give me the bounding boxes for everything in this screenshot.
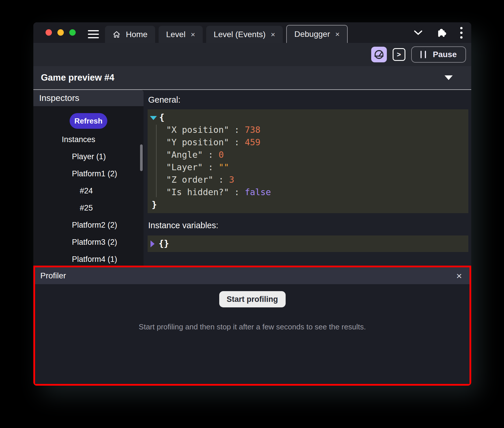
kebab-menu-icon[interactable] [460, 27, 463, 39]
menu-bar [88, 34, 99, 35]
tab-label: Home [126, 30, 148, 39]
debugger-toolbar: > Pause [33, 43, 471, 66]
collapse-icon[interactable] [150, 116, 157, 120]
pause-label: Pause [433, 50, 457, 59]
json-value: "" [219, 162, 229, 172]
pause-button[interactable]: Pause [411, 46, 466, 63]
home-icon [113, 30, 121, 39]
extensions-puzzle-icon[interactable] [436, 27, 447, 38]
json-sep: : [229, 125, 245, 135]
profiler-description: Start profiling and then stop it after a… [139, 322, 366, 331]
menu-icon[interactable] [88, 30, 99, 38]
expand-icon[interactable] [151, 240, 155, 247]
tree-item-instances[interactable]: Instances [33, 131, 144, 148]
tree-item-platform2[interactable]: Platform2 (2) [33, 217, 144, 234]
json-value: 459 [245, 137, 260, 147]
json-row: "Z order" : 3 [166, 173, 465, 186]
caret-down-icon [445, 75, 453, 80]
inspectors-sidebar: Inspectors Refresh Instances Player (1) … [33, 90, 144, 266]
close-brace: } [149, 200, 157, 210]
profiler-panel: Profiler × Start profiling Start profili… [33, 266, 471, 386]
chevron-down-icon[interactable] [414, 30, 423, 35]
json-sep: : [229, 137, 245, 147]
tab-strip: Home Level × Level (Events) × Debugger × [105, 25, 351, 43]
instances-tree: Instances Player (1) Platform1 (2) #24 #… [33, 131, 144, 266]
json-sep: : [229, 187, 245, 197]
json-value: false [245, 187, 271, 197]
json-key: "Is hidden?" [166, 187, 229, 197]
json-key: "Z order" [166, 175, 213, 185]
sidebar-scrollbar[interactable] [140, 144, 143, 171]
close-icon[interactable]: × [191, 31, 195, 38]
tab-level-events[interactable]: Level (Events) × [206, 26, 283, 43]
close-icon[interactable]: × [456, 271, 462, 281]
tabbar-actions [414, 22, 463, 43]
preview-title: Game preview #4 [41, 72, 114, 83]
json-sep: : [203, 162, 218, 172]
inspectors-title: Inspectors [39, 93, 79, 103]
tab-level[interactable]: Level × [159, 26, 203, 43]
json-key: "Angle" [166, 150, 203, 160]
json-row: "Y position" : 459 [166, 136, 465, 148]
tree-item-player[interactable]: Player (1) [33, 148, 144, 165]
tree-item-24[interactable]: #24 [33, 182, 144, 200]
json-value: 3 [229, 175, 234, 185]
tab-home[interactable]: Home [105, 26, 155, 43]
menu-bar [88, 37, 99, 38]
tree-item-25[interactable]: #25 [33, 200, 144, 217]
tree-item-platform1[interactable]: Platform1 (2) [33, 165, 144, 182]
json-sep: : [213, 175, 229, 185]
tab-debugger[interactable]: Debugger × [286, 25, 348, 43]
profiler-header: Profiler × [35, 267, 469, 284]
json-row: "X position" : 738 [166, 124, 465, 136]
json-value: 0 [219, 150, 224, 160]
tab-bar: Home Level × Level (Events) × Debugger × [33, 22, 471, 43]
json-key: "Layer" [166, 162, 203, 172]
inspector-panel: General: { "X position" : 738 "Y positio… [144, 90, 471, 266]
game-preview-selector[interactable]: Game preview #4 [33, 66, 471, 90]
minimize-window-button[interactable] [57, 29, 64, 36]
json-rows: "X position" : 738 "Y position" : 459 "A… [149, 124, 465, 198]
tree-item-platform4[interactable]: Platform4 (1) [33, 251, 144, 266]
window-controls [46, 29, 76, 36]
app-window: Home Level × Level (Events) × Debugger × [33, 22, 471, 386]
profiler-toggle-button[interactable] [371, 47, 387, 62]
tab-label: Level [166, 30, 186, 39]
tree-item-platform3[interactable]: Platform3 (2) [33, 234, 144, 251]
instance-variables-label: Instance variables: [148, 221, 468, 230]
tab-label: Debugger [294, 30, 330, 39]
close-icon[interactable]: × [335, 30, 340, 38]
profiler-body: Start profiling Start profiling and then… [35, 284, 469, 384]
debugger-content: Inspectors Refresh Instances Player (1) … [33, 90, 471, 266]
json-row: "Is hidden?" : false [166, 186, 465, 198]
json-key: "X position" [166, 125, 229, 135]
pause-icon [420, 51, 426, 58]
console-button[interactable]: > [393, 48, 405, 61]
start-profiling-button[interactable]: Start profiling [219, 291, 286, 307]
general-json-view: { "X position" : 738 "Y position" : 459 … [148, 109, 468, 213]
json-row: "Layer" : "" [166, 161, 465, 173]
zoom-window-button[interactable] [69, 29, 76, 36]
json-row: "Angle" : 0 [166, 148, 465, 161]
menu-bar [88, 30, 99, 31]
json-sep: : [203, 150, 218, 160]
close-icon[interactable]: × [271, 31, 275, 38]
json-value: 738 [245, 125, 260, 135]
open-brace: { [159, 112, 164, 122]
general-label: General: [148, 95, 468, 105]
close-window-button[interactable] [46, 29, 52, 36]
json-key: "Y position" [166, 137, 229, 147]
empty-object: {} [159, 238, 169, 249]
refresh-button[interactable]: Refresh [70, 113, 107, 129]
prompt-icon: > [397, 50, 401, 59]
tab-label: Level (Events) [214, 30, 266, 39]
instance-variables-json-view: {} [148, 235, 468, 252]
profiler-title: Profiler [40, 271, 66, 280]
inspectors-header: Inspectors [33, 90, 144, 106]
